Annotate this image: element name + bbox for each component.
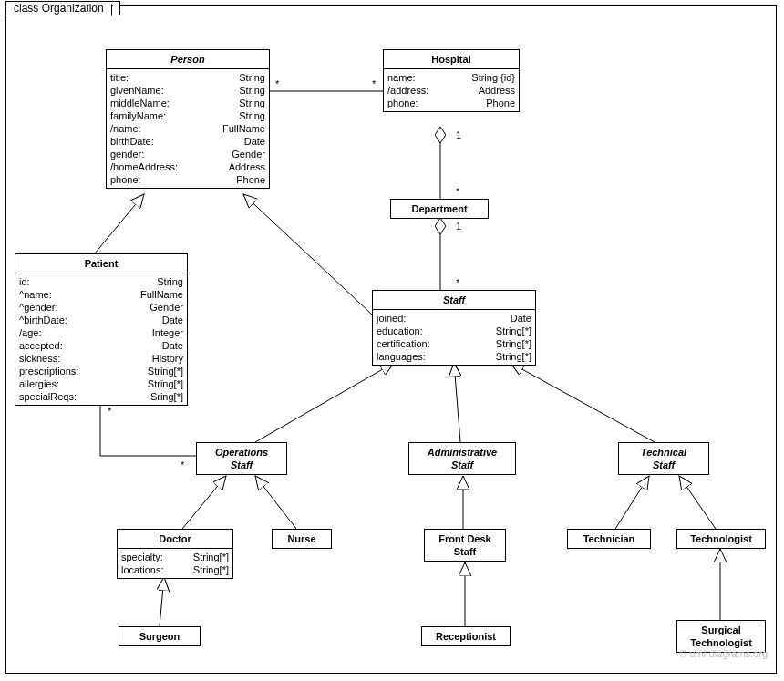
- class-person-name: Person: [107, 50, 269, 69]
- class-fd-name1: Front Desk: [438, 533, 490, 544]
- attribute-row: /name:FullName: [110, 122, 265, 135]
- class-doctor-name: Doctor: [118, 530, 232, 549]
- class-st-name1: Surgical: [701, 624, 740, 635]
- class-admstaff-name1: Administrative: [428, 447, 497, 458]
- attribute-row: joined:Date: [377, 312, 531, 325]
- class-st-name2: Technologist: [690, 637, 752, 648]
- class-opstaff-name2: Staff: [231, 459, 253, 470]
- attribute-row: gender:Gender: [110, 148, 265, 160]
- attribute-row: familyName:String: [110, 109, 265, 122]
- class-operations-staff: Operations Staff: [196, 442, 287, 475]
- class-department-name: Department: [391, 200, 488, 218]
- attribute-row: /age:Integer: [19, 326, 183, 339]
- class-surgeon: Surgeon: [119, 626, 201, 646]
- frame-title: class Organization: [5, 1, 112, 16]
- class-fd-name2: Staff: [454, 546, 476, 557]
- class-technologist-name: Technologist: [677, 530, 765, 548]
- class-hospital: Hospital name:String {id}/address:Addres…: [383, 49, 520, 112]
- attribute-row: middleName:String: [110, 97, 265, 109]
- class-staff: Staff joined:Dateeducation:String[*]cert…: [372, 290, 536, 366]
- attribute-row: certification:String[*]: [377, 337, 531, 350]
- class-staff-name: Staff: [373, 291, 535, 310]
- attribute-row: title:String: [110, 71, 265, 84]
- class-technician-name: Technician: [568, 530, 650, 548]
- attribute-row: accepted:Date: [19, 339, 183, 352]
- class-receptionist-name: Receptionist: [422, 627, 510, 645]
- class-technician: Technician: [567, 529, 651, 549]
- attribute-row: locations:String[*]: [121, 563, 229, 576]
- attribute-row: prescriptions:String[*]: [19, 365, 183, 377]
- class-doctor: Doctor specialty:String[*]locations:Stri…: [117, 529, 233, 579]
- attribute-row: education:String[*]: [377, 325, 531, 337]
- class-department: Department: [390, 199, 489, 219]
- attribute-row: /address:Address: [387, 84, 515, 97]
- attribute-row: phone:Phone: [110, 173, 265, 186]
- class-techstaff-name1: Technical: [641, 447, 686, 458]
- class-technologist: Technologist: [676, 529, 766, 549]
- attribute-row: ^birthDate:Date: [19, 314, 183, 326]
- attribute-row: id:String: [19, 275, 183, 288]
- attribute-row: phone:Phone: [387, 97, 515, 109]
- class-technical-staff: Technical Staff: [618, 442, 709, 475]
- class-techstaff-name2: Staff: [653, 459, 675, 470]
- class-administrative-staff: Administrative Staff: [408, 442, 516, 475]
- class-opstaff-name1: Operations: [215, 447, 268, 458]
- class-patient: Patient id:String^name:FullName^gender:G…: [15, 253, 188, 406]
- class-admstaff-name2: Staff: [451, 459, 473, 470]
- class-patient-name: Patient: [15, 254, 187, 273]
- class-hospital-name: Hospital: [384, 50, 519, 69]
- class-receptionist: Receptionist: [421, 626, 511, 646]
- attribute-row: name:String {id}: [387, 71, 515, 84]
- attribute-row: specialty:String[*]: [121, 551, 229, 563]
- class-surgeon-name: Surgeon: [119, 627, 200, 645]
- attribute-row: allergies:String[*]: [19, 377, 183, 390]
- attribute-row: /homeAddress:Address: [110, 160, 265, 173]
- attribute-row: specialReqs:Sring[*]: [19, 390, 183, 403]
- class-person: Person title:StringgivenName:Stringmiddl…: [106, 49, 270, 189]
- attribute-row: languages:String[*]: [377, 350, 531, 363]
- class-frontdesk-staff: Front Desk Staff: [424, 529, 506, 562]
- attribute-row: ^gender:Gender: [19, 301, 183, 314]
- watermark: © uml-diagrams.org: [679, 648, 768, 659]
- class-nurse-name: Nurse: [273, 530, 331, 548]
- attribute-row: birthDate:Date: [110, 135, 265, 148]
- attribute-row: ^name:FullName: [19, 288, 183, 301]
- attribute-row: sickness:History: [19, 352, 183, 365]
- class-nurse: Nurse: [272, 529, 332, 549]
- attribute-row: givenName:String: [110, 84, 265, 97]
